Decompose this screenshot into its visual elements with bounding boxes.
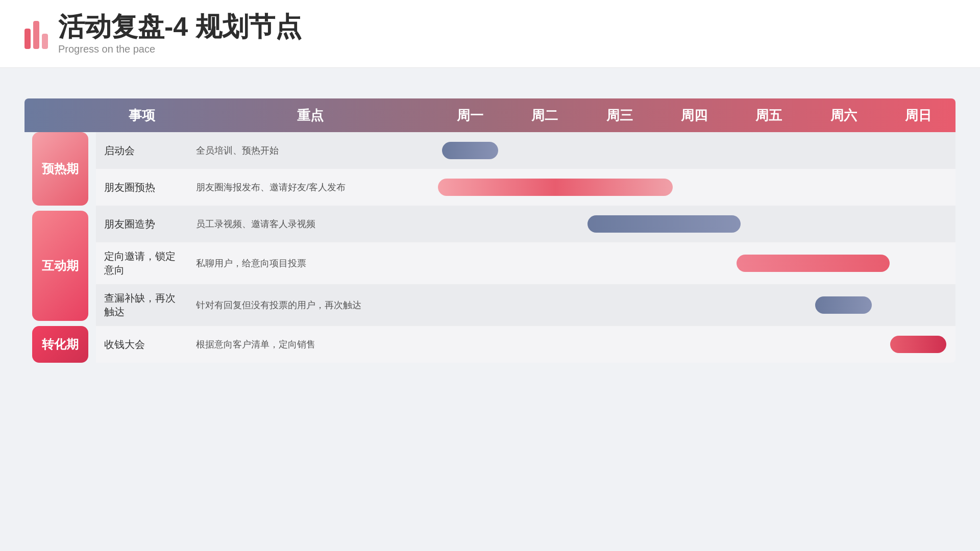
phase-badge-0: 预热期 [32,132,88,206]
header-text: 活动复盘-4 规划节点 Progress on the pace [58,12,302,55]
row-item: 启动会 [96,132,188,169]
page-title: 活动复盘-4 规划节点 [58,12,302,41]
th-mon: 周一 [433,98,507,132]
day-col-3 [657,284,731,326]
th-tue: 周二 [507,98,582,132]
bar-indicator [737,255,890,272]
th-thu: 周四 [657,98,731,132]
day-col-6 [881,206,955,242]
day-col-4 [731,132,806,169]
row-item: 朋友圈造势 [96,206,188,242]
day-col-6 [881,284,955,326]
phase-label-1: 互动期 [24,206,96,326]
day-col-2 [582,206,657,242]
day-col-5 [806,206,880,242]
day-col-4 [731,206,806,242]
row-key: 全员培训、预热开始 [188,132,433,169]
table-header: 事项 重点 周一 周二 周三 周四 周五 周六 周日 [24,98,955,132]
row-key: 朋友圈海报发布、邀请好友/客人发布 [188,169,433,206]
day-col-5 [806,326,880,363]
day-col-0 [433,132,507,169]
table-row: 定向邀请，锁定意向私聊用户，给意向项目投票 [96,242,955,284]
day-col-2 [582,132,657,169]
day-col-0 [433,242,507,284]
row-item: 收钱大会 [96,326,188,363]
th-sun: 周日 [881,98,955,132]
phase-badge-1: 互动期 [32,211,88,321]
day-col-1 [507,206,582,242]
table-row: 朋友圈预热朋友圈海报发布、邀请好友/客人发布 [96,169,955,206]
day-col-4 [731,284,806,326]
phase-badge-2: 转化期 [32,326,88,363]
row-key: 根据意向客户清单，定向销售 [188,326,433,363]
day-col-4 [731,326,806,363]
main-content: 事项 重点 周一 周二 周三 周四 周五 周六 周日 预热期启动会全员培训、预热… [0,68,980,393]
day-col-0 [433,326,507,363]
day-col-3 [657,132,731,169]
day-col-3 [657,326,731,363]
page-subtitle: Progress on the pace [58,43,302,55]
day-col-3 [657,242,731,284]
table-body: 预热期启动会全员培训、预热开始朋友圈预热朋友圈海报发布、邀请好友/客人发布互动期… [24,132,955,363]
table-row: 查漏补缺，再次触达针对有回复但没有投票的用户，再次触达 [96,284,955,326]
th-wed: 周三 [582,98,657,132]
bar-indicator [587,215,741,233]
day-col-6 [881,132,955,169]
logo-icon [24,18,48,49]
row-item: 朋友圈预热 [96,169,188,206]
day-col-2 [582,326,657,363]
th-item: 事项 [96,98,188,132]
day-col-5 [806,169,880,206]
bar-indicator [815,296,872,314]
day-col-6 [881,326,955,363]
row-key: 针对有回复但没有投票的用户，再次触达 [188,284,433,326]
row-item: 查漏补缺，再次触达 [96,284,188,326]
day-col-5 [806,284,880,326]
table-row: 收钱大会根据意向客户清单，定向销售 [96,326,955,363]
phase-label-2: 转化期 [24,326,96,363]
phase-group-0: 预热期启动会全员培训、预热开始朋友圈预热朋友圈海报发布、邀请好友/客人发布 [24,132,955,206]
day-col-5 [806,132,880,169]
row-key: 员工录视频、邀请客人录视频 [188,206,433,242]
day-col-1 [507,242,582,284]
day-col-6 [881,242,955,284]
day-col-4 [731,242,806,284]
row-item: 定向邀请，锁定意向 [96,242,188,284]
day-col-4 [731,169,806,206]
page-header: 活动复盘-4 规划节点 Progress on the pace [0,0,980,68]
day-col-1 [507,132,582,169]
bar-indicator [890,336,947,353]
th-phase [24,98,96,132]
th-sat: 周六 [806,98,880,132]
day-col-2 [582,284,657,326]
schedule-table: 事项 重点 周一 周二 周三 周四 周五 周六 周日 预热期启动会全员培训、预热… [24,98,955,363]
day-col-0 [433,284,507,326]
bar-indicator [442,142,499,159]
bar-indicator [438,179,673,196]
day-col-0 [433,169,507,206]
th-fri: 周五 [731,98,806,132]
table-row: 启动会全员培训、预热开始 [96,132,955,169]
day-col-0 [433,206,507,242]
day-col-2 [582,242,657,284]
phase-group-1: 互动期朋友圈造势员工录视频、邀请客人录视频定向邀请，锁定意向私聊用户，给意向项目… [24,206,955,326]
day-col-1 [507,326,582,363]
phase-group-2: 转化期收钱大会根据意向客户清单，定向销售 [24,326,955,363]
day-col-6 [881,169,955,206]
row-key: 私聊用户，给意向项目投票 [188,242,433,284]
day-col-1 [507,284,582,326]
th-key: 重点 [188,98,433,132]
table-row: 朋友圈造势员工录视频、邀请客人录视频 [96,206,955,242]
phase-label-0: 预热期 [24,132,96,206]
